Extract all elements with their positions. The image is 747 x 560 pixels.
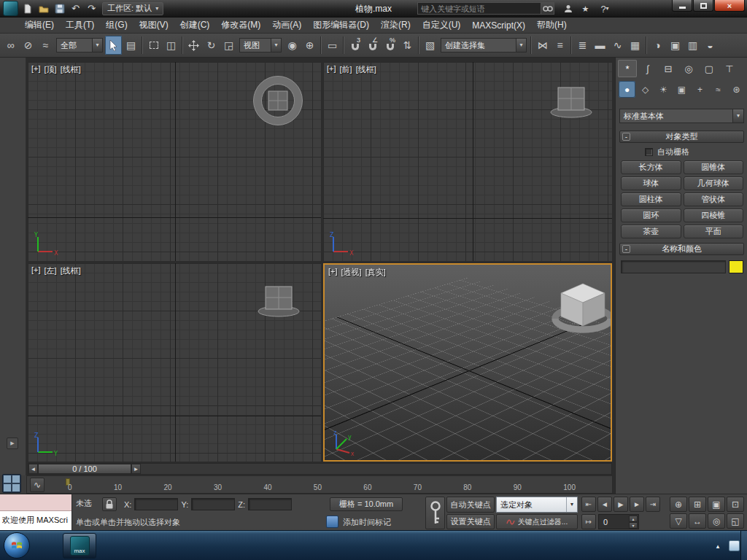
x-coordinate-field[interactable] [134, 498, 178, 510]
zoom-extents-button[interactable]: ▣ [708, 497, 725, 512]
percent-snap-button[interactable]: % [382, 36, 398, 55]
zoom-all-button[interactable]: ⊞ [689, 497, 706, 512]
menu-create[interactable]: 创建(C) [174, 18, 216, 34]
select-and-rotate-button[interactable]: ↻ [203, 36, 220, 55]
viewport-pov-menu[interactable]: [透视] [341, 267, 362, 278]
mini-curve-editor-button[interactable]: ∿ [30, 478, 44, 492]
field-of-view-button[interactable]: ▽ [670, 513, 687, 529]
category-shapes[interactable]: ◇ [637, 81, 654, 98]
zoom-extents-all-button[interactable]: ⊡ [727, 497, 744, 512]
edit-named-sets-button[interactable]: ▧ [422, 36, 438, 55]
menu-edit[interactable]: 编辑(E) [19, 18, 60, 34]
menu-modifiers[interactable]: 修改器(M) [215, 18, 266, 34]
category-lights[interactable]: ☀ [655, 81, 672, 98]
viewport-perspective[interactable]: [+] [透视] [真实] z x y [323, 263, 612, 462]
set-key-mode-button[interactable]: 设置关键点 [446, 514, 495, 529]
angle-snap-button[interactable]: ∠ [364, 36, 381, 55]
tab-create[interactable]: * [618, 60, 637, 77]
curve-editor-button[interactable]: ∿ [609, 36, 626, 55]
category-systems[interactable]: ⊛ [728, 81, 745, 98]
maximize-button[interactable] [693, 0, 713, 12]
keyboard-override-button[interactable]: ▭ [324, 36, 341, 55]
close-button[interactable]: × [714, 0, 745, 12]
grid-setting-button[interactable]: 栅格 = 10.0mm [330, 497, 403, 511]
time-slider-track[interactable] [141, 464, 611, 474]
save-file-button[interactable] [53, 1, 66, 15]
listener-line[interactable]: 欢迎使用 MAXScri [0, 511, 71, 531]
viewport-shading-menu[interactable]: [真实] [365, 267, 386, 278]
show-desktop-button[interactable] [740, 531, 747, 560]
zoom-button[interactable]: ⊕ [670, 497, 687, 512]
new-scene-button[interactable] [20, 1, 34, 15]
previous-frame-arrow[interactable]: ◄ [28, 464, 38, 474]
viewport-general-menu[interactable]: [+] [31, 64, 41, 75]
sign-in-button[interactable] [561, 2, 575, 15]
viewport-shading-menu[interactable]: [线框] [356, 64, 376, 75]
selection-lock-button[interactable] [102, 497, 117, 511]
rectangular-selection-button[interactable] [145, 36, 162, 55]
box-and-torus-object[interactable] [545, 279, 612, 341]
viewport-pov-menu[interactable]: [前] [340, 64, 352, 75]
key-filters-button[interactable]: 关键点过滤器... [496, 514, 578, 529]
search-input[interactable] [418, 4, 541, 13]
tab-modify[interactable]: ∫ [638, 60, 657, 77]
layout-flyout-button[interactable]: ▶ [7, 438, 18, 449]
plane-button[interactable]: 平面 [684, 225, 744, 238]
menu-group[interactable]: 组(G) [100, 18, 133, 34]
pan-view-button[interactable]: ↔ [689, 513, 706, 529]
viewport-general-menu[interactable]: [+] [327, 64, 336, 75]
sphere-button[interactable]: 球体 [621, 176, 681, 190]
tray-icon[interactable] [729, 540, 740, 551]
collapse-icon[interactable]: - [622, 133, 630, 141]
next-frame-arrow[interactable]: ► [131, 464, 141, 474]
tab-utilities[interactable]: ⊤ [720, 60, 739, 77]
select-by-name-button[interactable]: ▤ [123, 36, 139, 55]
key-selection-dropdown[interactable]: 选定对象 ▾ [496, 497, 578, 513]
menu-rendering[interactable]: 渲染(R) [375, 18, 417, 34]
cylinder-button[interactable]: 圆柱体 [621, 192, 681, 206]
viewport-front[interactable]: [+] [前] [线框] ZX [323, 62, 612, 261]
object-name-input[interactable] [621, 260, 726, 273]
bind-to-space-warp-button[interactable]: ≈ [37, 36, 54, 55]
menu-graph-editors[interactable]: 图形编辑器(D) [307, 18, 375, 34]
render-setup-button[interactable]: ▣ [667, 36, 684, 55]
box-and-torus-object[interactable] [548, 86, 595, 120]
key-mode-toggle-button[interactable]: ↦ [581, 514, 596, 529]
track-bar-ruler[interactable]: 0 10 20 30 40 50 60 70 80 90 100 [68, 476, 576, 493]
window-crossing-button[interactable]: ◫ [163, 36, 179, 55]
open-file-button[interactable] [36, 1, 50, 15]
menu-help[interactable]: 帮助(H) [531, 18, 573, 34]
select-and-move-button[interactable] [185, 36, 202, 55]
previous-frame-button[interactable]: ◄ [597, 497, 612, 512]
help-button[interactable]: ? ▾ [595, 2, 614, 15]
material-editor-button[interactable]: ◑ [649, 36, 666, 55]
name-color-rollout[interactable]: - 名称和颜色 [619, 243, 744, 255]
maximize-viewport-toggle[interactable]: ◱ [727, 513, 744, 529]
box-and-torus-object[interactable] [255, 285, 302, 319]
viewport-pov-menu[interactable]: [左] [44, 265, 57, 276]
viewport-pov-menu[interactable]: [顶] [44, 64, 57, 75]
select-and-link-button[interactable]: ∞ [2, 36, 19, 55]
reference-coordinate-dropdown[interactable]: 视图 ▾ [239, 38, 282, 52]
track-bar[interactable]: ∿ 0 10 20 30 40 50 60 70 80 90 100 [26, 475, 613, 494]
time-tag-label[interactable]: 添加时间标记 [343, 517, 391, 528]
menu-views[interactable]: 视图(V) [133, 18, 174, 34]
viewport-layout-tabs-button[interactable] [2, 474, 21, 493]
category-cameras[interactable]: ▣ [673, 81, 690, 98]
viewport-shading-menu[interactable]: [线框] [61, 265, 81, 276]
ribbon-toggle-button[interactable]: ▬ [592, 36, 608, 55]
y-coordinate-field[interactable] [191, 498, 235, 510]
named-sets-dropdown[interactable]: 创建选择集 ▾ [441, 38, 527, 52]
category-geometry[interactable]: ● [619, 81, 635, 98]
go-to-start-button[interactable]: ⇤ [581, 497, 596, 512]
cone-button[interactable]: 圆锥体 [684, 160, 744, 174]
redo-button[interactable]: ↷ [85, 1, 98, 15]
orbit-button[interactable]: ◎ [708, 513, 725, 529]
hidden-icons-chevron[interactable]: ▴ [713, 542, 723, 550]
rendered-frame-button[interactable]: ▥ [684, 36, 701, 55]
search-button[interactable] [541, 3, 554, 14]
spinner-snap-button[interactable]: ⇅ [399, 36, 416, 55]
layer-manager-button[interactable]: ≣ [574, 36, 591, 55]
use-pivot-center-button[interactable]: ◉ [284, 36, 301, 55]
play-button[interactable]: ► [614, 497, 628, 512]
